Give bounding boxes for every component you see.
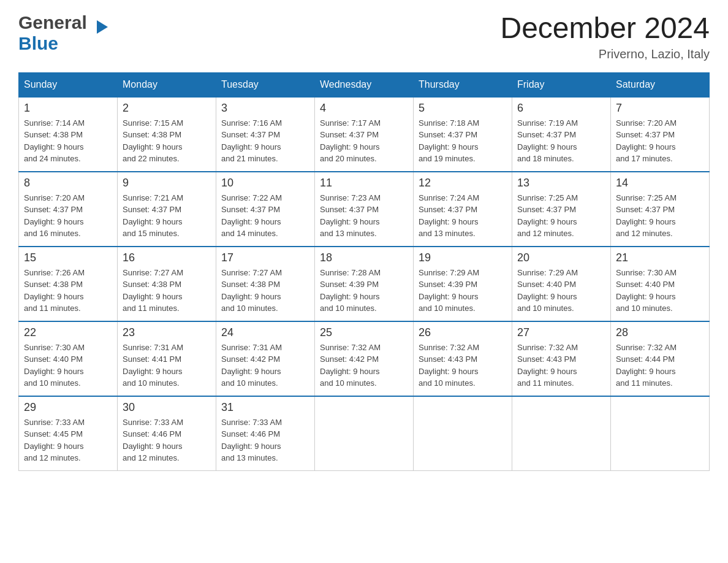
day-info-line: and 10 minutes. <box>419 378 476 388</box>
day-info-line: Sunrise: 7:22 AM <box>221 193 282 202</box>
day-info-line: and 10 minutes. <box>419 304 476 313</box>
day-info: Sunrise: 7:30 AMSunset: 4:40 PMDaylight:… <box>616 267 704 315</box>
day-info: Sunrise: 7:20 AMSunset: 4:37 PMDaylight:… <box>616 117 704 165</box>
day-info-line: Sunset: 4:40 PM <box>24 354 83 364</box>
day-info-line: Sunset: 4:46 PM <box>123 429 181 439</box>
day-number: 8 <box>24 177 112 190</box>
weekday-header-monday: Monday <box>118 72 216 97</box>
day-info-line: Sunset: 4:37 PM <box>221 205 280 214</box>
day-cell-6: 6Sunrise: 7:19 AMSunset: 4:37 PMDaylight… <box>512 97 611 172</box>
day-cell-25: 25Sunrise: 7:32 AMSunset: 4:42 PMDayligh… <box>315 321 414 396</box>
day-info: Sunrise: 7:29 AMSunset: 4:40 PMDaylight:… <box>517 267 605 315</box>
day-info-line: Daylight: 9 hours <box>221 367 281 376</box>
empty-cell <box>315 396 414 471</box>
day-number: 3 <box>221 102 309 115</box>
day-cell-20: 20Sunrise: 7:29 AMSunset: 4:40 PMDayligh… <box>512 247 611 321</box>
day-info-line: and 12 minutes. <box>616 229 673 238</box>
day-info-line: and 21 minutes. <box>221 154 278 163</box>
day-info: Sunrise: 7:19 AMSunset: 4:37 PMDaylight:… <box>517 117 605 165</box>
calendar-table: SundayMondayTuesdayWednesdayThursdayFrid… <box>18 72 710 471</box>
day-number: 26 <box>419 326 507 339</box>
day-info-line: Sunset: 4:39 PM <box>419 280 477 289</box>
day-info-line: and 10 minutes. <box>221 378 278 388</box>
day-info-line: Sunset: 4:37 PM <box>419 205 477 214</box>
day-number: 17 <box>221 251 309 264</box>
day-cell-9: 9Sunrise: 7:21 AMSunset: 4:37 PMDaylight… <box>118 172 216 247</box>
day-number: 25 <box>320 326 408 339</box>
day-info-line: and 12 minutes. <box>123 453 180 462</box>
day-info-line: Sunrise: 7:31 AM <box>221 343 282 352</box>
title-block: December 2024 Priverno, Lazio, Italy <box>500 12 710 61</box>
empty-cell <box>611 396 710 471</box>
day-info-line: Sunset: 4:37 PM <box>517 205 576 214</box>
day-info-line: Daylight: 9 hours <box>517 292 577 301</box>
day-cell-21: 21Sunrise: 7:30 AMSunset: 4:40 PMDayligh… <box>611 247 710 321</box>
day-info-line: Sunset: 4:42 PM <box>320 354 379 364</box>
day-number: 1 <box>24 102 112 115</box>
day-number: 13 <box>517 177 605 190</box>
day-info-line: Sunset: 4:37 PM <box>320 205 379 214</box>
day-info-line: Sunset: 4:43 PM <box>517 354 576 364</box>
day-info-line: Daylight: 9 hours <box>221 217 281 226</box>
day-info: Sunrise: 7:30 AMSunset: 4:40 PMDaylight:… <box>24 342 112 389</box>
day-number: 6 <box>517 102 605 115</box>
day-number: 29 <box>24 401 112 414</box>
day-number: 4 <box>320 102 408 115</box>
day-info-line: Sunrise: 7:14 AM <box>24 118 85 128</box>
day-number: 30 <box>123 401 211 414</box>
day-info-line: Sunrise: 7:19 AM <box>517 118 578 128</box>
day-info-line: and 10 minutes. <box>517 304 574 313</box>
day-info-line: and 10 minutes. <box>24 378 81 388</box>
day-number: 15 <box>24 251 112 264</box>
day-number: 24 <box>221 326 309 339</box>
day-info-line: Sunset: 4:46 PM <box>221 429 280 439</box>
day-info-line: Daylight: 9 hours <box>419 367 479 376</box>
weekday-header-friday: Friday <box>512 72 611 97</box>
day-number: 27 <box>517 326 605 339</box>
week-row-5: 29Sunrise: 7:33 AMSunset: 4:45 PMDayligh… <box>19 396 710 471</box>
day-info: Sunrise: 7:32 AMSunset: 4:42 PMDaylight:… <box>320 342 408 389</box>
day-cell-2: 2Sunrise: 7:15 AMSunset: 4:38 PMDaylight… <box>118 97 216 172</box>
day-info-line: Daylight: 9 hours <box>517 217 577 226</box>
day-info: Sunrise: 7:23 AMSunset: 4:37 PMDaylight:… <box>320 192 408 240</box>
day-info-line: Daylight: 9 hours <box>221 442 281 451</box>
day-info-line: Sunrise: 7:29 AM <box>419 268 479 277</box>
day-info-line: Daylight: 9 hours <box>517 142 577 151</box>
month-title: December 2024 <box>500 12 710 45</box>
day-info-line: Sunrise: 7:32 AM <box>616 343 677 352</box>
day-cell-23: 23Sunrise: 7:31 AMSunset: 4:41 PMDayligh… <box>118 321 216 396</box>
day-info-line: Sunset: 4:44 PM <box>616 354 675 364</box>
day-cell-11: 11Sunrise: 7:23 AMSunset: 4:37 PMDayligh… <box>315 172 414 247</box>
day-info-line: Daylight: 9 hours <box>221 292 281 301</box>
day-info-line: Sunrise: 7:26 AM <box>24 268 85 277</box>
day-info-line: Sunrise: 7:21 AM <box>123 193 183 202</box>
day-info: Sunrise: 7:27 AMSunset: 4:38 PMDaylight:… <box>123 267 211 315</box>
day-info-line: Daylight: 9 hours <box>616 367 676 376</box>
day-info-line: Sunset: 4:37 PM <box>517 130 576 139</box>
day-info-line: Sunset: 4:38 PM <box>221 280 280 289</box>
day-info-line: Sunrise: 7:33 AM <box>24 418 85 427</box>
day-info-line: Daylight: 9 hours <box>419 217 479 226</box>
day-cell-16: 16Sunrise: 7:27 AMSunset: 4:38 PMDayligh… <box>118 247 216 321</box>
day-number: 9 <box>123 177 211 190</box>
day-cell-3: 3Sunrise: 7:16 AMSunset: 4:37 PMDaylight… <box>216 97 315 172</box>
day-number: 20 <box>517 251 605 264</box>
day-info-line: Daylight: 9 hours <box>616 292 676 301</box>
day-cell-13: 13Sunrise: 7:25 AMSunset: 4:37 PMDayligh… <box>512 172 611 247</box>
day-info-line: and 11 minutes. <box>517 378 574 388</box>
logo: General Blue <box>18 12 96 54</box>
calendar-body: 1Sunrise: 7:14 AMSunset: 4:38 PMDaylight… <box>19 97 710 471</box>
week-row-3: 15Sunrise: 7:26 AMSunset: 4:38 PMDayligh… <box>19 247 710 321</box>
weekday-header-sunday: Sunday <box>19 72 118 97</box>
day-info-line: and 10 minutes. <box>320 378 377 388</box>
day-number: 21 <box>616 251 704 264</box>
day-info: Sunrise: 7:28 AMSunset: 4:39 PMDaylight:… <box>320 267 408 315</box>
day-info-line: Sunset: 4:37 PM <box>123 205 181 214</box>
day-info-line: Sunrise: 7:32 AM <box>320 343 381 352</box>
day-number: 14 <box>616 177 704 190</box>
day-info-line: Sunset: 4:41 PM <box>123 354 181 364</box>
day-info-line: Daylight: 9 hours <box>221 142 281 151</box>
day-number: 2 <box>123 102 211 115</box>
day-info: Sunrise: 7:21 AMSunset: 4:37 PMDaylight:… <box>123 192 211 240</box>
day-info: Sunrise: 7:32 AMSunset: 4:43 PMDaylight:… <box>517 342 605 389</box>
